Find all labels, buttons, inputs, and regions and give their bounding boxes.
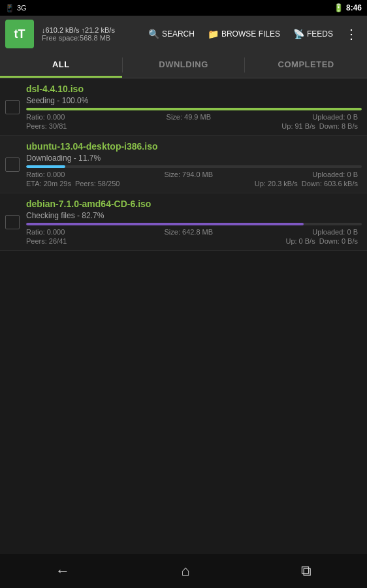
meta-peers: Peers: 26/41: [26, 237, 67, 245]
torrent-meta-bottom: ETA: 20m 29s Peers: 58/250 Up: 20.3 kB/s…: [26, 180, 362, 188]
toolbar: tT ↓610.2 kB/s ↑21.2 kB/s Free space:568…: [0, 16, 367, 52]
meta-uploaded: Uploaded: 0 B: [312, 171, 358, 178]
meta-ratio: Ratio: 0.000: [26, 171, 65, 178]
torrent-status: Downloading - 11.7%: [26, 154, 362, 163]
tab-bar: ALL DWNLDING COMPLETED: [0, 52, 367, 78]
meta-eta: ETA: 20m 29s: [26, 180, 71, 188]
meta-upspeed: Up: 0 B/s: [285, 237, 315, 245]
meta-upspeed: Up: 20.3 kB/s: [255, 180, 298, 188]
progress-bar-container: [26, 223, 362, 225]
torrent-meta-top: Ratio: 0.000 Size: 794.0 MB Uploaded: 0 …: [26, 171, 362, 178]
meta-upspeed: Up: 91 B/s: [281, 122, 315, 130]
time-display: 8:46: [346, 3, 362, 12]
speed-display: ↓610.2 kB/s ↑21.2 kB/s: [42, 26, 115, 34]
torrent-item[interactable]: debian-7.1.0-amd64-CD-6.iso Checking fil…: [0, 193, 367, 251]
bottom-nav: ← ⌂ ⧉: [0, 554, 367, 588]
browse-button[interactable]: 📁 BROWSE FILES: [202, 25, 285, 43]
meta-uploaded: Uploaded: 0 B: [312, 228, 358, 236]
tab-completed[interactable]: COMPLETED: [245, 52, 367, 78]
status-left: 📱 3G: [5, 4, 27, 12]
search-icon: 🔍: [148, 29, 159, 39]
torrent-list: dsl-4.4.10.iso Seeding - 100.0% Ratio: 0…: [0, 78, 367, 251]
torrent-name: ubuntu-13.04-desktop-i386.iso: [26, 141, 362, 152]
back-icon: ←: [56, 563, 70, 580]
torrent-status: Checking files - 82.7%: [26, 211, 362, 220]
progress-bar-container: [26, 165, 362, 168]
back-button[interactable]: ←: [42, 557, 83, 585]
status-right: 🔋 8:46: [334, 3, 362, 12]
torrent-checkbox[interactable]: [5, 215, 20, 229]
torrent-item[interactable]: ubuntu-13.04-desktop-i386.iso Downloadin…: [0, 136, 367, 193]
torrent-meta-bottom: Peers: 26/41 Up: 0 B/s Down: 0 B/s: [26, 237, 362, 245]
status-icon: 📱: [5, 4, 14, 12]
progress-bar: [26, 165, 65, 168]
meta-size: Size: 794.0 MB: [165, 171, 214, 178]
recent-icon: ⧉: [301, 563, 311, 580]
progress-bar: [26, 108, 362, 110]
torrent-meta-bottom: Peers: 30/81 Up: 91 B/s Down: 8 B/s: [26, 122, 362, 130]
free-space: Free space:568.8 MB: [42, 34, 115, 42]
meta-peers: Peers: 58/250: [75, 180, 120, 188]
toolbar-actions: 🔍 SEARCH 📁 BROWSE FILES 📡 FEEDS ⋮: [143, 24, 362, 44]
search-button[interactable]: 🔍 SEARCH: [143, 25, 200, 43]
torrent-status: Seeding - 100.0%: [26, 96, 362, 105]
status-bar: 📱 3G 🔋 8:46: [0, 0, 367, 16]
torrent-meta-top: Ratio: 0.000 Size: 49.9 MB Uploaded: 0 B: [26, 113, 362, 121]
rss-icon: 📡: [293, 29, 304, 39]
overflow-menu-button[interactable]: ⋮: [341, 24, 362, 44]
torrent-item[interactable]: dsl-4.4.10.iso Seeding - 100.0% Ratio: 0…: [0, 78, 367, 136]
folder-icon: 📁: [208, 29, 219, 39]
progress-bar: [26, 223, 304, 225]
meta-size: Size: 49.9 MB: [167, 113, 211, 121]
meta-ratio: Ratio: 0.000: [26, 228, 65, 236]
torrent-meta-top: Ratio: 0.000 Size: 642.8 MB Uploaded: 0 …: [26, 228, 362, 236]
tab-downloading[interactable]: DWNLDING: [123, 52, 245, 78]
progress-bar-container: [26, 108, 362, 110]
torrent-name: debian-7.1.0-amd64-CD-6.iso: [26, 199, 362, 209]
tab-all[interactable]: ALL: [0, 52, 122, 78]
feeds-button[interactable]: 📡 FEEDS: [288, 25, 338, 43]
battery-icon: 🔋: [334, 3, 343, 12]
app-logo: tT: [5, 20, 34, 48]
meta-uploaded: Uploaded: 0 B: [312, 113, 358, 121]
torrent-name: dsl-4.4.10.iso: [26, 84, 362, 94]
meta-downspeed: Down: 603.6 kB/s: [302, 180, 358, 188]
home-button[interactable]: ⌂: [168, 557, 202, 585]
home-icon: ⌂: [181, 563, 189, 580]
meta-size: Size: 642.8 MB: [165, 228, 214, 236]
torrent-checkbox[interactable]: [5, 100, 20, 114]
meta-downspeed: Down: 0 B/s: [319, 237, 358, 245]
network-type: 3G: [17, 4, 27, 12]
meta-peers: Peers: 30/81: [26, 122, 67, 130]
meta-downspeed: Down: 8 B/s: [319, 122, 358, 130]
recent-apps-button[interactable]: ⧉: [288, 557, 325, 585]
speeds-info: ↓610.2 kB/s ↑21.2 kB/s Free space:568.8 …: [42, 26, 115, 42]
meta-ratio: Ratio: 0.000: [26, 113, 65, 121]
torrent-checkbox[interactable]: [5, 157, 20, 172]
